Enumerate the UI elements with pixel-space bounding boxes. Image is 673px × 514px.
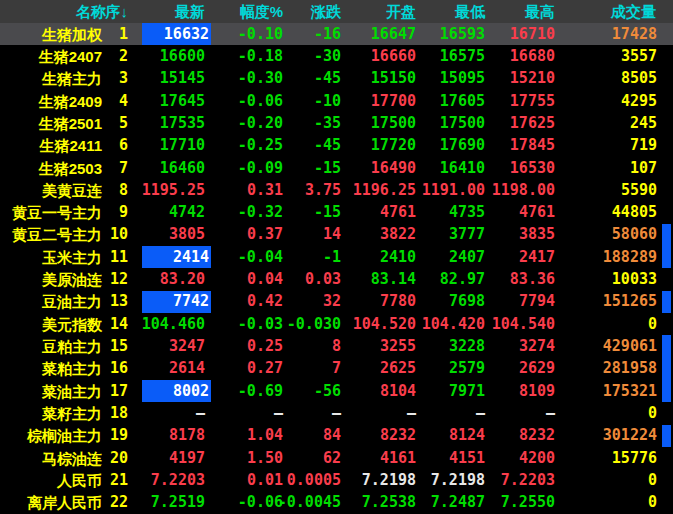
- cell-name: 美原油连: [0, 268, 108, 290]
- cell-chg: -15: [285, 157, 343, 179]
- cell-latest: —: [130, 402, 207, 424]
- cell-vol: 429061: [557, 335, 658, 357]
- table-row[interactable]: 菜粕主力1626140.277262525792629281958: [0, 358, 673, 380]
- cell-pct: 0.31: [207, 179, 285, 201]
- cell-name: 马棕油连: [0, 447, 108, 469]
- cell-open: 7.2538: [343, 492, 418, 514]
- cell-chg: -30: [285, 45, 343, 67]
- volume-marker: [658, 224, 673, 246]
- cell-name: 美元指数: [0, 313, 108, 335]
- cell-seq: 4: [108, 90, 130, 112]
- cell-name: 菜籽主力: [0, 402, 108, 424]
- table-row[interactable]: 马棕油连2041971.506241614151420015776: [0, 447, 673, 469]
- cell-chg: -10: [285, 90, 343, 112]
- table-row[interactable]: 生猪2411617710-0.25-45177201769017845719: [0, 135, 673, 157]
- cell-low: 15095: [418, 68, 487, 90]
- table-row[interactable]: 豆粕主力1532470.258325532283274429061: [0, 335, 673, 357]
- cell-low: 2579: [418, 358, 487, 380]
- cell-low: 16575: [418, 45, 487, 67]
- table-header: 名称序↓最新幅度%涨跌开盘最低最高成交量: [0, 0, 673, 23]
- marker-spacer: [658, 157, 673, 179]
- cell-pct: 0.27: [207, 358, 285, 380]
- table-row[interactable]: 生猪2503716460-0.09-15164901641016530107: [0, 157, 673, 179]
- cell-latest: 83.20: [130, 268, 207, 290]
- cell-high: 2417: [487, 246, 557, 268]
- cell-open: 2625: [343, 358, 418, 380]
- cell-high: 17625: [487, 112, 557, 134]
- cell-high: 83.36: [487, 268, 557, 290]
- table-row[interactable]: 菜籽主力18——————0: [0, 402, 673, 424]
- cell-chg: 32: [285, 291, 343, 313]
- volume-marker-bar: [662, 380, 671, 402]
- col-header-latest[interactable]: 最新: [130, 0, 207, 23]
- table-row[interactable]: 离岸人民币227.2519-0.06-0.00457.25387.24877.2…: [0, 492, 673, 514]
- cell-pct: -0.30: [207, 68, 285, 90]
- cell-open: 2410: [343, 246, 418, 268]
- col-header-chg[interactable]: 涨跌: [285, 0, 343, 23]
- cell-low: —: [418, 402, 487, 424]
- table-row[interactable]: 生猪2501517535-0.20-35175001750017625245: [0, 112, 673, 134]
- cell-pct: -0.18: [207, 45, 285, 67]
- cell-seq: 16: [108, 358, 130, 380]
- cell-pct: -0.06: [207, 90, 285, 112]
- cell-low: 104.420: [418, 313, 487, 335]
- cell-low: 7971: [418, 380, 487, 402]
- col-header-seq[interactable]: 序↓: [108, 0, 130, 23]
- table-row[interactable]: 豆油主力1377420.4232778076987794151265: [0, 291, 673, 313]
- table-row[interactable]: 美元指数14104.460-0.03-0.030104.520104.42010…: [0, 313, 673, 335]
- cell-low: 8124: [418, 425, 487, 447]
- table-row[interactable]: 黄豆一号主力94742-0.32-1547614735476144805: [0, 202, 673, 224]
- col-header-pct[interactable]: 幅度%: [207, 0, 285, 23]
- table-row[interactable]: 生猪2407216600-0.18-301666016575166803557: [0, 45, 673, 67]
- cell-name: 生猪2409: [0, 90, 108, 112]
- cell-pct: -0.06: [207, 492, 285, 514]
- cell-high: 7.2203: [487, 469, 557, 491]
- table-row[interactable]: 生猪2409417645-0.06-101770017605177554295: [0, 90, 673, 112]
- col-header-high[interactable]: 最高: [487, 0, 557, 23]
- table-row[interactable]: 棕榈油主力1981781.0484823281248232301224: [0, 425, 673, 447]
- cell-name: 棕榈油主力: [0, 425, 108, 447]
- table-row[interactable]: 生猪主力315145-0.30-451515015095152108505: [0, 68, 673, 90]
- table-row[interactable]: 美原油连1283.200.040.0383.1482.9783.3610033: [0, 268, 673, 290]
- cell-high: 4200: [487, 447, 557, 469]
- cell-open: 17720: [343, 135, 418, 157]
- cell-pct: -0.03: [207, 313, 285, 335]
- cell-vol: 151265: [557, 291, 658, 313]
- table-row[interactable]: 菜油主力178002-0.69-56810479718109175321: [0, 380, 673, 402]
- table-row[interactable]: 玉米主力112414-0.04-1241024072417188289: [0, 246, 673, 268]
- cell-vol: 15776: [557, 447, 658, 469]
- cell-low: 2407: [418, 246, 487, 268]
- table-row[interactable]: 美黄豆连81195.250.313.751196.251191.001198.0…: [0, 179, 673, 201]
- cell-pct: 0.37: [207, 224, 285, 246]
- cell-name: 生猪2501: [0, 112, 108, 134]
- cell-low: 17500: [418, 112, 487, 134]
- cell-low: 7.2198: [418, 469, 487, 491]
- cell-open: 4761: [343, 202, 418, 224]
- col-header-vol[interactable]: 成交量: [557, 0, 658, 23]
- cell-open: 1196.25: [343, 179, 418, 201]
- cell-high: 4761: [487, 202, 557, 224]
- cell-name: 生猪主力: [0, 68, 108, 90]
- cell-seq: 11: [108, 246, 130, 268]
- cell-name: 玉米主力: [0, 246, 108, 268]
- cell-pct: -0.69: [207, 380, 285, 402]
- table-row[interactable]: 黄豆二号主力1038050.371438223777383558060: [0, 224, 673, 246]
- table-row[interactable]: 生猪加权116632-0.10-1616647165931671017428: [0, 23, 673, 45]
- cell-low: 7.2487: [418, 492, 487, 514]
- col-header-name[interactable]: 名称: [0, 0, 108, 23]
- col-header-low[interactable]: 最低: [418, 0, 487, 23]
- cell-pct: -0.32: [207, 202, 285, 224]
- cell-name: 生猪2407: [0, 45, 108, 67]
- cell-name: 菜油主力: [0, 380, 108, 402]
- cell-seq: 14: [108, 313, 130, 335]
- col-header-open[interactable]: 开盘: [343, 0, 418, 23]
- volume-marker-bar: [662, 246, 671, 268]
- cell-chg: 3.75: [285, 179, 343, 201]
- cell-high: 1198.00: [487, 179, 557, 201]
- cell-open: 4161: [343, 447, 418, 469]
- marker-spacer: [658, 402, 673, 424]
- cell-open: —: [343, 402, 418, 424]
- table-row[interactable]: 人民币217.22030.010.00057.21987.21987.22030: [0, 469, 673, 491]
- cell-latest: 7.2203: [130, 469, 207, 491]
- cell-chg: 8: [285, 335, 343, 357]
